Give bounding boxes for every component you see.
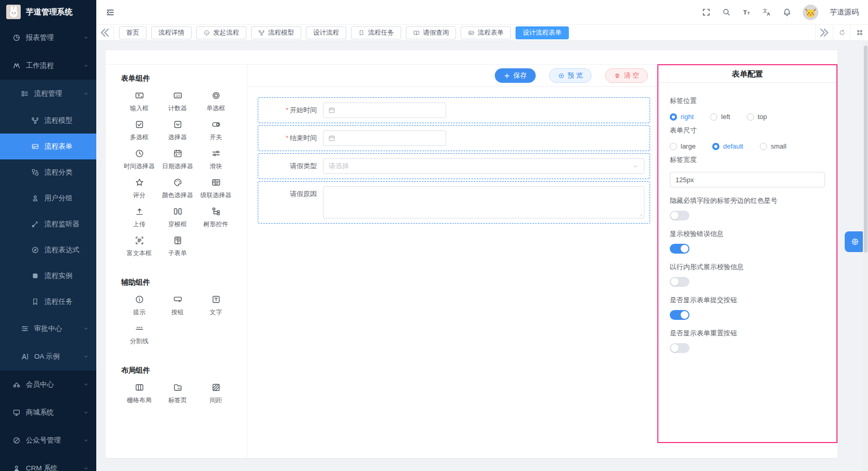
sidebar-subitem[interactable]: 用户分组 [0,185,96,211]
translate-icon[interactable]: 文A [762,8,771,17]
form-component-item[interactable]: 评分 [120,178,158,200]
sidebar-item[interactable]: 报表管理 [0,24,96,52]
nav-tab[interactable]: 首页 [119,26,146,39]
form-field-leave-reason[interactable]: 请假原因 [258,181,650,224]
form-component-item[interactable]: 开关 [197,120,235,142]
sidebar-subitem[interactable]: 流程分类 [0,159,96,185]
sidebar-item[interactable]: 会员中心 [0,371,96,399]
sidebar-subitem[interactable]: 流程模型 [0,108,96,134]
app-logo-row[interactable]: 芋道管理系统 [0,0,96,24]
comp-tip-icon [135,295,144,304]
form-field-leave-type[interactable]: 请假类型 请选择 [258,153,650,179]
chevron-down-icon [83,409,89,416]
sidebar-item[interactable]: 商城系统 [0,399,96,426]
form-component-item[interactable]: 级联选择器 [197,178,235,200]
sidebar-item[interactable]: CRM 系统 [0,454,96,471]
sidebar-subitem[interactable]: 流程监听器 [0,211,96,237]
radio-option[interactable]: small [760,142,786,150]
toggle-switch[interactable] [670,244,689,254]
page-scrollbar[interactable] [863,41,868,471]
font-size-icon[interactable]: TT [742,8,751,17]
comp-richtext-icon [135,236,144,245]
tabs-scroll-right-icon[interactable] [815,25,833,40]
fullscreen-icon[interactable] [702,8,711,17]
date-input[interactable] [323,102,446,118]
sidebar-subitem[interactable]: 流程任务 [0,289,96,315]
sidebar-item[interactable]: 公众号管理 [0,426,96,454]
layout-grid-icon[interactable] [850,25,868,40]
component-library-panel: 表单组件 输入框 123 计数器 单选框 多选框 选择器 开关 时间选择器 日期… [106,65,247,458]
form-component-item[interactable]: 穿梭框 [158,207,197,229]
user-avatar[interactable] [803,5,818,20]
sidebar-item-label: OA 示例 [34,352,60,361]
form-component-item[interactable]: 滑块 [197,149,235,171]
toggle-switch[interactable] [670,211,689,220]
radio-dot-icon [670,143,677,150]
radio-dot-icon [747,113,754,121]
form-field-end-time[interactable]: *结束时间 [258,125,650,151]
preview-button[interactable]: 预 览 [549,68,592,83]
form-component-item[interactable]: 分割线 [120,323,158,346]
component-label: 日期选择器 [162,162,193,171]
user-name[interactable]: 芋道源码 [830,8,859,17]
form-component-item[interactable]: 单选框 [197,91,235,113]
select-input[interactable]: 请选择 [323,158,644,174]
sidebar-item-label: 流程表单 [45,142,72,151]
toggle-switch[interactable] [670,277,689,287]
form-component-item[interactable]: 颜色选择器 [158,178,197,200]
sidebar-subitem[interactable]: 流程实例 [0,263,96,289]
radio-option[interactable]: default [712,142,743,150]
form-component-item[interactable]: 按钮 [158,295,197,317]
radio-option[interactable]: large [670,142,696,150]
nav-tab[interactable]: 流程详情 [151,26,192,39]
clear-button[interactable]: 清 空 [605,68,648,83]
form-component-item[interactable]: 输入框 [120,91,158,113]
form-component-item[interactable]: 间距 [197,382,235,405]
textarea-input[interactable] [323,186,644,218]
radio-option[interactable]: top [747,113,767,121]
form-component-item[interactable]: 123 计数器 [158,91,197,113]
label-width-input[interactable]: 125px [670,172,825,187]
sidebar-group-item[interactable]: 审批中心 [0,315,96,343]
form-component-item[interactable]: 富文本框 [120,236,158,258]
resize-handle-icon[interactable] [638,212,643,217]
search-icon[interactable] [722,8,731,17]
date-input[interactable] [323,130,446,146]
nav-tab[interactable]: 流程任务 [351,26,401,39]
nav-tab[interactable]: 流程表单 [461,26,511,39]
sidebar-group-item[interactable]: 流程管理 [0,80,96,108]
toggle-switch[interactable] [670,343,689,353]
nav-tab[interactable]: 设计流程 [306,26,346,39]
toggle-switch[interactable] [670,310,689,320]
top-header: TT 文A 芋道源码 [96,0,868,25]
form-component-item[interactable]: 日期选择器 [158,149,197,171]
form-field-start-time[interactable]: *开始时间 [258,97,650,123]
form-component-item[interactable]: 时间选择器 [120,149,158,171]
nav-tab[interactable]: 请假查询 [406,26,456,39]
nav-tab[interactable]: 设计流程表单 [516,26,569,39]
form-component-item[interactable]: TAB 标签页 [158,382,197,405]
form-component-item[interactable]: 选择器 [158,120,197,142]
tabs-scroll-left-icon[interactable] [96,25,114,40]
sidebar-subitem[interactable]: 流程表单 [0,134,96,159]
nav-tab[interactable]: 流程模型 [251,26,301,39]
form-component-item[interactable]: 子表单 [158,236,197,258]
menu-fold-icon[interactable] [106,8,115,17]
sidebar-group-item[interactable]: OA 示例 [0,343,96,371]
save-button[interactable]: 保存 [495,68,536,83]
settings-drawer-button[interactable] [845,231,865,252]
form-component-item[interactable]: 栅格布局 [120,382,158,405]
radio-option[interactable]: left [710,113,730,121]
scrollbar-thumb[interactable] [864,46,867,253]
refresh-icon[interactable] [833,25,850,40]
nav-tab[interactable]: 发起流程 [196,26,246,39]
form-component-item[interactable]: 文字 [197,295,235,317]
sidebar-item[interactable]: 工作流程 [0,52,96,80]
bell-icon[interactable] [783,8,791,17]
radio-option[interactable]: right [670,113,694,121]
form-component-item[interactable]: 提示 [120,295,158,317]
form-component-item[interactable]: 树形控件 [197,207,235,229]
form-component-item[interactable]: 上传 [120,207,158,229]
form-component-item[interactable]: 多选框 [120,120,158,142]
sidebar-subitem[interactable]: 流程表达式 [0,237,96,263]
